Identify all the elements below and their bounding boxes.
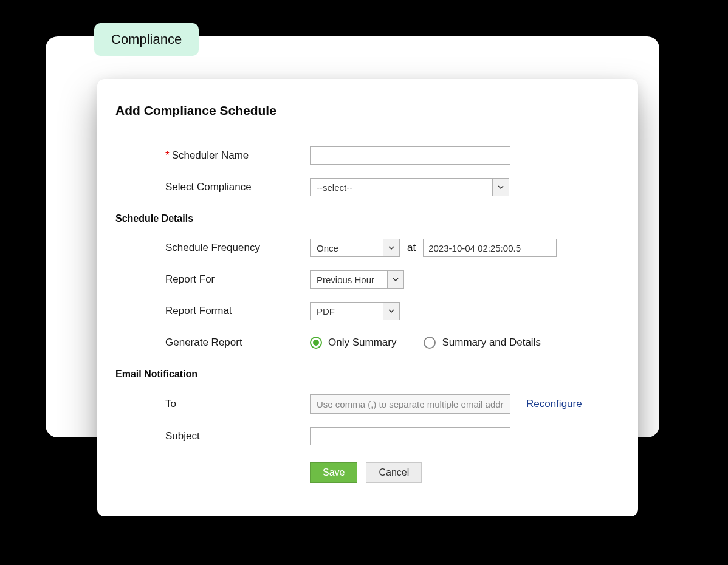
label-generate-report: Generate Report [115,337,310,349]
label-schedule-frequency: Schedule Frequency [115,242,310,254]
compliance-schedule-panel: Add Compliance Schedule *Scheduler Name … [97,79,638,516]
required-asterisk: * [165,149,170,161]
row-report-format: Report Format PDF [115,302,620,320]
panel-title: Add Compliance Schedule [115,103,620,128]
row-select-compliance: Select Compliance --select-- [115,178,620,196]
label-report-format: Report Format [115,305,310,317]
radio-only-summary[interactable]: Only Summary [310,337,396,349]
row-email-to: To Reconfigure [115,394,620,414]
email-to-input[interactable] [310,394,510,414]
chevron-down-icon[interactable] [387,270,404,289]
report-for-dropdown[interactable]: Previous Hour [310,270,404,289]
schedule-frequency-dropdown[interactable]: Once [310,239,400,257]
save-button[interactable]: Save [310,462,357,483]
chevron-down-icon[interactable] [383,302,400,320]
select-compliance-value: --select-- [310,178,492,196]
tab-compliance[interactable]: Compliance [94,23,199,56]
schedule-datetime-input[interactable] [423,239,557,257]
heading-schedule-details: Schedule Details [115,213,620,224]
label-scheduler-name: *Scheduler Name [115,149,310,162]
radio-summary-details-label: Summary and Details [442,337,541,349]
cancel-button[interactable]: Cancel [366,462,422,483]
row-generate-report: Generate Report Only Summary Summary and… [115,334,620,352]
scheduler-name-input[interactable] [310,146,510,165]
report-format-value: PDF [310,302,383,320]
at-label: at [407,242,416,254]
label-report-for: Report For [115,273,310,286]
row-report-for: Report For Previous Hour [115,270,620,289]
heading-email-notification: Email Notification [115,369,620,380]
reconfigure-link[interactable]: Reconfigure [526,398,582,410]
button-row: Save Cancel [310,462,620,483]
schedule-frequency-value: Once [310,239,383,257]
label-email-to: To [115,398,310,410]
radio-only-summary-label: Only Summary [328,337,396,349]
row-email-subject: Subject [115,427,620,445]
select-compliance-dropdown[interactable]: --select-- [310,178,509,196]
label-select-compliance: Select Compliance [115,181,310,193]
radio-summary-details[interactable]: Summary and Details [424,337,541,349]
tab-label-text: Compliance [111,32,182,47]
report-for-value: Previous Hour [310,270,387,289]
radio-icon [424,337,436,349]
generate-report-radio-group: Only Summary Summary and Details [310,337,541,349]
chevron-down-icon[interactable] [383,239,400,257]
row-scheduler-name: *Scheduler Name [115,146,620,165]
row-schedule-frequency: Schedule Frequency Once at [115,239,620,257]
email-subject-input[interactable] [310,427,510,445]
chevron-down-icon[interactable] [492,178,509,196]
label-email-subject: Subject [115,430,310,442]
radio-icon [310,337,322,349]
report-format-dropdown[interactable]: PDF [310,302,400,320]
